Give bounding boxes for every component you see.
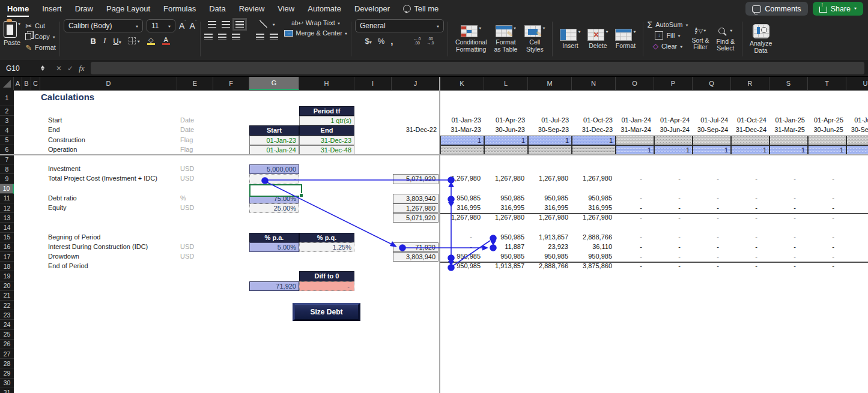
cell-S17[interactable]: - (769, 252, 808, 262)
cell-G5[interactable]: 01-Jan-23 (249, 136, 299, 145)
cell-D11[interactable]: Debt ratio (40, 194, 177, 203)
cell-N6[interactable] (572, 145, 616, 155)
cell-Q12[interactable]: - (693, 203, 731, 213)
cell-S18[interactable]: - (769, 262, 808, 271)
row-header-23[interactable]: 23 (0, 310, 14, 320)
cut-button[interactable]: ✂ Cut (25, 22, 56, 30)
cell-O6[interactable]: 1 (616, 145, 654, 155)
cell-K13[interactable]: 1,267,980 (440, 213, 484, 223)
cell-K15[interactable]: - (440, 233, 484, 242)
row-header-22[interactable]: 22 (0, 301, 14, 310)
underline-button[interactable]: U▾ (113, 35, 121, 46)
autosum-button[interactable]: Σ AutoSum▾ (647, 20, 688, 29)
cell-Q13[interactable]: - (693, 213, 731, 223)
tab-data[interactable]: Data (209, 4, 225, 13)
row-header-16[interactable]: 16 (0, 242, 14, 252)
row-header-24[interactable]: 24 (0, 320, 14, 329)
row-header-17[interactable]: 17 (0, 252, 14, 262)
clear-button[interactable]: ◇ Clear▾ (653, 42, 683, 50)
cell-O13[interactable]: - (616, 213, 654, 223)
percent-button[interactable]: % (378, 37, 385, 46)
row-header-11[interactable]: 11 (0, 194, 14, 203)
cell-L12[interactable]: 316,995 (484, 203, 528, 213)
decrease-indent-button[interactable] (256, 34, 264, 40)
cell-G15[interactable]: % p.a. (249, 233, 299, 242)
delete-cells-button[interactable]: ✕ ▾ Delete (584, 29, 612, 50)
column-header-R[interactable]: R (731, 77, 769, 90)
size-debt-macro-button[interactable]: Size Debt (293, 303, 360, 321)
cell-O12[interactable]: - (616, 203, 654, 213)
cell-E8[interactable]: USD (177, 164, 213, 174)
cell-R17[interactable]: - (731, 252, 769, 262)
cell-O9[interactable]: - (616, 174, 654, 184)
tab-view[interactable]: View (278, 4, 294, 13)
cell-G12[interactable]: 25.00% (249, 203, 299, 213)
cell-N4[interactable]: 31-Dec-23 (572, 125, 616, 135)
cell-L18[interactable]: 1,913,857 (484, 262, 528, 271)
comments-button[interactable]: Comments (745, 2, 807, 16)
row-header-2[interactable]: 2 (0, 106, 14, 116)
tab-page-layout[interactable]: Page Layout (106, 4, 150, 13)
row-header-5[interactable]: 5 (0, 136, 14, 145)
cell-L3[interactable]: 01-Apr-23 (484, 116, 528, 125)
cell-Q9[interactable]: - (693, 174, 731, 184)
cell-O4[interactable]: 31-Mar-24 (616, 125, 654, 135)
cell-T3[interactable]: 01-Apr-25 (808, 116, 846, 125)
column-header-L[interactable]: L (484, 77, 528, 90)
row-header-1[interactable]: 1 (0, 90, 14, 106)
cell-M4[interactable]: 30-Sep-23 (528, 125, 572, 135)
cell-S6[interactable]: 1 (769, 145, 808, 155)
row-header-30[interactable]: 30 (0, 379, 14, 388)
column-header-Q[interactable]: Q (693, 77, 731, 90)
cell-L11[interactable]: 950,985 (484, 194, 528, 203)
cell-N12[interactable]: 316,995 (572, 203, 616, 213)
cell-D1[interactable]: Calculations (40, 90, 196, 106)
orientation-button[interactable] (259, 20, 267, 28)
fill-button[interactable]: ↓ Fill▾ (655, 31, 680, 40)
column-header-K[interactable]: K (440, 77, 484, 90)
align-left-button[interactable] (204, 34, 213, 40)
tab-review[interactable]: Review (239, 4, 265, 13)
cell-D8[interactable]: Investment (40, 164, 177, 174)
cell-E17[interactable]: USD (177, 252, 213, 262)
row-header-13[interactable]: 13 (0, 213, 14, 223)
cell-R15[interactable]: - (731, 233, 769, 242)
cell-R12[interactable]: - (731, 203, 769, 213)
cell-O3[interactable]: 01-Jan-24 (616, 116, 654, 125)
cell-M6[interactable] (528, 145, 572, 155)
sort-filter-button[interactable]: AZ ▽ ▾ Sort &Filter (688, 28, 712, 51)
decrease-font-button[interactable]: Aˇ (190, 21, 197, 31)
cell-N5[interactable]: 1 (572, 136, 616, 145)
cell-D16[interactable]: Interest During Construction (IDC) (40, 242, 177, 252)
cell-M17[interactable]: 950,985 (528, 252, 572, 262)
cell-P11[interactable]: - (654, 194, 693, 203)
cell-S11[interactable]: - (769, 194, 808, 203)
bold-button[interactable]: B (91, 37, 96, 46)
cell-M3[interactable]: 01-Jul-23 (528, 116, 572, 125)
row-header-26[interactable]: 26 (0, 340, 14, 349)
cell-D17[interactable]: Drowdown (40, 252, 177, 262)
tab-automate[interactable]: Automate (308, 4, 341, 13)
column-header-E[interactable]: E (177, 77, 213, 90)
cell-M5[interactable]: 1 (528, 136, 572, 145)
cell-G20[interactable]: 71,920 (249, 281, 299, 291)
cell-G9[interactable]: - (249, 174, 299, 184)
cell-Q17[interactable]: - (693, 252, 731, 262)
cell-R16[interactable]: - (731, 242, 769, 252)
wrap-text-button[interactable]: ab↩ Wrap Text ▾ (291, 19, 340, 26)
cell-K17[interactable]: 950,985 (440, 252, 484, 262)
cell-K16[interactable]: - (440, 242, 484, 252)
row-header-19[interactable]: 19 (0, 271, 14, 281)
decrease-decimal-button[interactable]: .00→.0 (426, 37, 434, 45)
cell-S5[interactable] (769, 136, 808, 145)
enter-icon[interactable]: ✓ (67, 64, 73, 73)
cell-N3[interactable]: 01-Oct-23 (572, 116, 616, 125)
cell-H20[interactable]: - (299, 281, 354, 291)
cell-H2[interactable]: Period tf (299, 106, 354, 116)
cell-G16[interactable]: 5.00% (249, 242, 299, 252)
cell-E6[interactable]: Flag (177, 145, 213, 155)
cell-Q3[interactable]: 01-Jul-24 (693, 116, 731, 125)
currency-button[interactable]: $▾ (365, 35, 372, 46)
column-header-N[interactable]: N (572, 77, 616, 90)
cell-Q11[interactable]: - (693, 194, 731, 203)
